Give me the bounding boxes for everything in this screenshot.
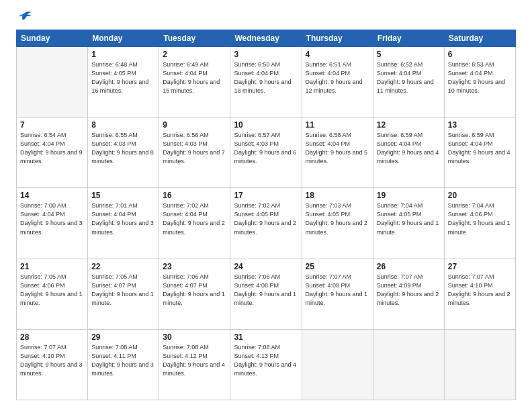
calendar-table: SundayMondayTuesdayWednesdayThursdayFrid…	[16, 30, 516, 400]
calendar-cell: 14Sunrise: 7:00 AMSunset: 4:04 PMDayligh…	[17, 188, 88, 259]
day-number: 3	[234, 50, 298, 59]
day-number: 7	[20, 120, 84, 130]
day-number: 8	[91, 120, 155, 130]
day-info: Sunrise: 7:07 AMSunset: 4:10 PMDaylight:…	[448, 273, 512, 308]
logo-bird-icon	[17, 11, 32, 24]
day-number: 24	[234, 262, 298, 271]
calendar-cell: 18Sunrise: 7:03 AMSunset: 4:05 PMDayligh…	[302, 188, 373, 259]
day-number: 17	[234, 191, 298, 200]
day-info: Sunrise: 7:03 AMSunset: 4:05 PMDaylight:…	[306, 201, 369, 236]
day-number: 16	[163, 191, 226, 200]
calendar-week-row: 21Sunrise: 7:05 AMSunset: 4:06 PMDayligh…	[17, 259, 516, 329]
calendar-cell	[373, 329, 444, 400]
day-info: Sunrise: 6:58 AMSunset: 4:04 PMDaylight:…	[306, 131, 369, 166]
calendar-cell: 2Sunrise: 6:49 AMSunset: 4:04 PMDaylight…	[159, 47, 230, 118]
calendar-cell: 31Sunrise: 7:08 AMSunset: 4:13 PMDayligh…	[230, 329, 302, 400]
day-info: Sunrise: 7:08 AMSunset: 4:12 PMDaylight:…	[163, 343, 226, 378]
day-number: 25	[306, 262, 369, 271]
calendar-cell: 6Sunrise: 6:53 AMSunset: 4:04 PMDaylight…	[444, 47, 515, 118]
calendar-cell: 11Sunrise: 6:58 AMSunset: 4:04 PMDayligh…	[302, 118, 373, 188]
day-number: 12	[377, 120, 441, 130]
day-number: 29	[91, 332, 155, 342]
day-info: Sunrise: 6:48 AMSunset: 4:05 PMDaylight:…	[91, 60, 155, 95]
day-number: 14	[20, 191, 84, 200]
calendar-cell: 17Sunrise: 7:02 AMSunset: 4:05 PMDayligh…	[230, 188, 302, 259]
calendar-cell: 26Sunrise: 7:07 AMSunset: 4:09 PMDayligh…	[373, 259, 444, 329]
calendar-cell: 1Sunrise: 6:48 AMSunset: 4:05 PMDaylight…	[88, 47, 159, 118]
day-number: 15	[91, 191, 155, 200]
calendar-week-row: 7Sunrise: 6:54 AMSunset: 4:04 PMDaylight…	[17, 118, 516, 188]
day-number: 5	[377, 50, 441, 59]
calendar-cell: 29Sunrise: 7:08 AMSunset: 4:11 PMDayligh…	[88, 329, 159, 400]
day-info: Sunrise: 7:04 AMSunset: 4:05 PMDaylight:…	[377, 201, 441, 236]
calendar-day-header: Saturday	[444, 30, 515, 47]
day-number: 10	[234, 120, 298, 130]
calendar-header-row: SundayMondayTuesdayWednesdayThursdayFrid…	[17, 30, 516, 47]
calendar-cell: 27Sunrise: 7:07 AMSunset: 4:10 PMDayligh…	[444, 259, 515, 329]
day-number: 2	[163, 50, 226, 59]
day-number: 22	[91, 262, 155, 271]
day-info: Sunrise: 6:56 AMSunset: 4:03 PMDaylight:…	[163, 131, 226, 166]
calendar-cell: 23Sunrise: 7:06 AMSunset: 4:07 PMDayligh…	[159, 259, 230, 329]
day-number: 20	[448, 191, 512, 200]
header	[16, 13, 516, 23]
day-number: 13	[448, 120, 512, 130]
day-number: 9	[163, 120, 226, 130]
calendar-day-header: Thursday	[302, 30, 373, 47]
day-info: Sunrise: 7:05 AMSunset: 4:06 PMDaylight:…	[20, 273, 84, 308]
calendar-cell: 30Sunrise: 7:08 AMSunset: 4:12 PMDayligh…	[159, 329, 230, 400]
day-info: Sunrise: 7:05 AMSunset: 4:07 PMDaylight:…	[91, 273, 155, 308]
calendar-cell: 5Sunrise: 6:52 AMSunset: 4:04 PMDaylight…	[373, 47, 444, 118]
day-number: 23	[163, 262, 226, 271]
day-number: 18	[306, 191, 369, 200]
calendar-cell	[302, 329, 373, 400]
calendar-cell: 20Sunrise: 7:04 AMSunset: 4:06 PMDayligh…	[444, 188, 515, 259]
calendar-cell: 8Sunrise: 6:55 AMSunset: 4:03 PMDaylight…	[88, 118, 159, 188]
calendar-cell: 16Sunrise: 7:02 AMSunset: 4:04 PMDayligh…	[159, 188, 230, 259]
calendar-cell: 25Sunrise: 7:07 AMSunset: 4:08 PMDayligh…	[302, 259, 373, 329]
day-info: Sunrise: 6:53 AMSunset: 4:04 PMDaylight:…	[448, 60, 512, 95]
day-info: Sunrise: 7:02 AMSunset: 4:04 PMDaylight:…	[163, 201, 226, 236]
day-info: Sunrise: 7:01 AMSunset: 4:04 PMDaylight:…	[91, 201, 155, 236]
day-number: 26	[377, 262, 441, 271]
day-info: Sunrise: 7:07 AMSunset: 4:09 PMDaylight:…	[377, 273, 441, 308]
day-number: 19	[377, 191, 441, 200]
day-number: 6	[448, 50, 512, 59]
day-info: Sunrise: 6:49 AMSunset: 4:04 PMDaylight:…	[163, 60, 226, 95]
day-info: Sunrise: 7:04 AMSunset: 4:06 PMDaylight:…	[448, 201, 512, 236]
day-info: Sunrise: 7:07 AMSunset: 4:08 PMDaylight:…	[306, 273, 369, 308]
day-info: Sunrise: 7:02 AMSunset: 4:05 PMDaylight:…	[234, 201, 298, 236]
day-number: 4	[306, 50, 369, 59]
calendar-week-row: 1Sunrise: 6:48 AMSunset: 4:05 PMDaylight…	[17, 47, 516, 118]
calendar-week-row: 14Sunrise: 7:00 AMSunset: 4:04 PMDayligh…	[17, 188, 516, 259]
day-number: 21	[20, 262, 84, 271]
calendar-cell: 12Sunrise: 6:59 AMSunset: 4:04 PMDayligh…	[373, 118, 444, 188]
day-info: Sunrise: 6:50 AMSunset: 4:04 PMDaylight:…	[234, 60, 298, 95]
calendar-cell	[17, 47, 88, 118]
calendar-cell: 19Sunrise: 7:04 AMSunset: 4:05 PMDayligh…	[373, 188, 444, 259]
calendar-cell: 15Sunrise: 7:01 AMSunset: 4:04 PMDayligh…	[88, 188, 159, 259]
calendar-cell: 3Sunrise: 6:50 AMSunset: 4:04 PMDaylight…	[230, 47, 302, 118]
calendar-day-header: Wednesday	[230, 30, 302, 47]
day-number: 31	[234, 332, 298, 342]
calendar-cell: 24Sunrise: 7:06 AMSunset: 4:08 PMDayligh…	[230, 259, 302, 329]
day-info: Sunrise: 7:07 AMSunset: 4:10 PMDaylight:…	[20, 343, 84, 378]
calendar-day-header: Sunday	[17, 30, 88, 47]
day-info: Sunrise: 7:08 AMSunset: 4:13 PMDaylight:…	[234, 343, 298, 378]
calendar-cell: 21Sunrise: 7:05 AMSunset: 4:06 PMDayligh…	[17, 259, 88, 329]
day-info: Sunrise: 7:06 AMSunset: 4:08 PMDaylight:…	[234, 273, 298, 308]
logo-block	[16, 13, 32, 23]
logo	[16, 13, 32, 23]
day-info: Sunrise: 6:57 AMSunset: 4:03 PMDaylight:…	[234, 131, 298, 166]
calendar-cell	[444, 329, 515, 400]
day-info: Sunrise: 6:52 AMSunset: 4:04 PMDaylight:…	[377, 60, 441, 95]
day-number: 28	[20, 332, 84, 342]
calendar-day-header: Friday	[373, 30, 444, 47]
calendar-cell: 9Sunrise: 6:56 AMSunset: 4:03 PMDaylight…	[159, 118, 230, 188]
day-info: Sunrise: 6:51 AMSunset: 4:04 PMDaylight:…	[306, 60, 369, 95]
day-info: Sunrise: 6:54 AMSunset: 4:04 PMDaylight:…	[20, 131, 84, 166]
day-info: Sunrise: 6:59 AMSunset: 4:04 PMDaylight:…	[448, 131, 512, 166]
calendar-week-row: 28Sunrise: 7:07 AMSunset: 4:10 PMDayligh…	[17, 329, 516, 400]
day-info: Sunrise: 7:08 AMSunset: 4:11 PMDaylight:…	[91, 343, 155, 378]
calendar-cell: 22Sunrise: 7:05 AMSunset: 4:07 PMDayligh…	[88, 259, 159, 329]
